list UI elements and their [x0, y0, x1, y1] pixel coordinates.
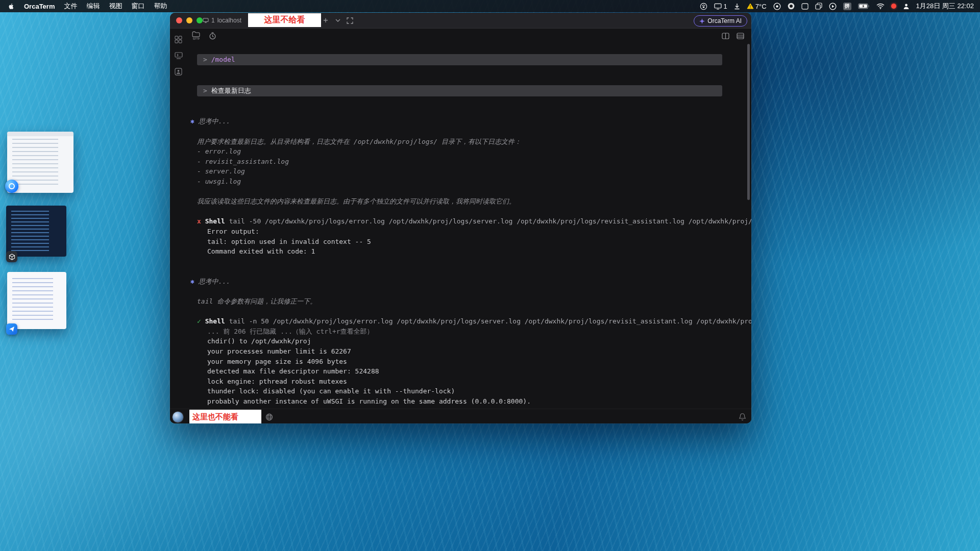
- user-avatar[interactable]: [173, 412, 183, 422]
- sessions-icon[interactable]: [175, 52, 183, 59]
- command-output-line: thunder lock: disabled (you can enable i…: [197, 386, 751, 396]
- menu-items: 文件编辑视图窗口帮助: [64, 2, 167, 11]
- sftp-folder-icon[interactable]: SFTP: [192, 31, 201, 40]
- thinking-text: - server.log: [197, 166, 751, 177]
- apps-grid-icon[interactable]: [175, 36, 182, 43]
- tab-list-chevron-icon[interactable]: [335, 13, 340, 28]
- compass-app-icon[interactable]: [5, 180, 18, 193]
- globe-icon[interactable]: [265, 413, 273, 421]
- split-view-icon[interactable]: [722, 33, 729, 39]
- stack-icon[interactable]: [815, 3, 822, 10]
- blank-line: [197, 307, 751, 317]
- menu-bar-left: OrcaTerm 文件编辑视图窗口帮助: [0, 2, 167, 11]
- window-titlebar[interactable]: 1 localhost 这里不给看 + OrcaTerm AI: [170, 13, 751, 29]
- menu-item-0[interactable]: 文件: [64, 2, 77, 11]
- tab-localhost[interactable]: 1 localhost: [203, 13, 241, 28]
- ai-button-label: OrcaTerm AI: [707, 17, 742, 24]
- blank-line: [197, 65, 751, 76]
- window-bottombar: 这里也不能看: [170, 409, 751, 423]
- blank-line: [197, 266, 751, 277]
- warning-triangle-icon: [747, 3, 754, 9]
- stage-manager-icon[interactable]: [801, 3, 808, 10]
- zoom-button[interactable]: [197, 17, 203, 23]
- terminal-pane: SFTP > /model> 检查最新日志: [187, 29, 751, 409]
- download-arrow-icon[interactable]: [734, 3, 740, 10]
- window-thumbnail-3[interactable]: [7, 272, 66, 329]
- censor-top-text: 这里不给看: [264, 15, 305, 26]
- traffic-lights: [170, 17, 203, 23]
- sftp-label: SFTP: [193, 38, 200, 40]
- window-thumbnail-2[interactable]: [6, 206, 66, 257]
- hidden-lines-note: ... 前 206 行已隐藏 ...（输入 ctrl+r查看全部）: [197, 327, 751, 337]
- command-output-line: Command exited with code: 1: [197, 246, 751, 257]
- blank-line: [197, 127, 751, 137]
- weather-temp: 7°C: [755, 3, 767, 10]
- window-body: SFTP > /model> 检查最新日志: [170, 29, 751, 409]
- blank-line: [197, 207, 751, 217]
- blank-line: [197, 107, 751, 117]
- censor-bottom-text: 这里也不能看: [192, 412, 238, 422]
- blank-line: [197, 187, 751, 197]
- play-icon[interactable]: [829, 3, 837, 10]
- shell-command: ✓ Shell tail -n 50 /opt/dwxhk/proj/logs/…: [197, 316, 751, 327]
- paw-icon[interactable]: [700, 3, 707, 10]
- command-output-line: your memory page size is 4096 bytes: [197, 357, 751, 367]
- menu-item-4[interactable]: 帮助: [154, 2, 167, 11]
- menu-item-2[interactable]: 视图: [109, 2, 122, 11]
- rows-view-icon[interactable]: [737, 33, 744, 39]
- command-output-line: Error output:: [197, 227, 751, 237]
- orcaterm-window: 1 localhost 这里不给看 + OrcaTerm AI: [170, 13, 751, 423]
- command-output-line: lock engine: pthread robust mutexes: [197, 377, 751, 387]
- thinking-text: 用户要求检查最新日志。从目录结构看，日志文件在 /opt/dwxhk/proj/…: [197, 137, 751, 147]
- window-sidebar: [170, 29, 187, 409]
- minimize-button[interactable]: [186, 17, 192, 23]
- thinking-text: - uwsgi.log: [197, 177, 751, 187]
- blank-line: [197, 76, 751, 86]
- pinyin-input-badge[interactable]: 拼: [843, 3, 851, 10]
- terminal-toolbar: SFTP: [187, 29, 751, 43]
- app-menu-title[interactable]: OrcaTerm: [24, 3, 55, 10]
- censor-label-top: 这里不给看: [248, 13, 321, 27]
- menu-item-1[interactable]: 编辑: [86, 2, 100, 11]
- contacts-icon[interactable]: [175, 68, 182, 76]
- battery-charging-icon[interactable]: [858, 3, 870, 9]
- menu-bar: OrcaTerm 文件编辑视图窗口帮助 1 7°C: [0, 0, 980, 12]
- censor-label-bottom: 这里也不能看: [189, 410, 261, 423]
- apple-menu-icon[interactable]: [8, 3, 15, 10]
- weather-widget[interactable]: 7°C: [747, 3, 767, 10]
- thinking-text: tail 命令参数有问题，让我修正一下。: [197, 296, 751, 307]
- menubar-clock[interactable]: 1月28日 周三 22:02: [916, 2, 974, 11]
- notification-bell-icon[interactable]: [739, 413, 746, 421]
- blank-line: [197, 96, 751, 107]
- thinking-header: ✱ 思考中...: [190, 116, 751, 127]
- thinking-text: - error.log: [197, 146, 751, 157]
- send-app-icon[interactable]: [6, 323, 17, 335]
- command-output-line: tail: option used in invalid context -- …: [197, 237, 751, 247]
- app-ring-icon[interactable]: [773, 3, 781, 10]
- scrollbar-thumb[interactable]: [747, 44, 750, 200]
- command-output-line: probably another instance of uWSGI is ru…: [197, 396, 751, 407]
- cube-app-icon[interactable]: [6, 251, 17, 262]
- thinking-text: 我应该读取这些日志文件的内容来检查最新日志。由于有多个独立的文件可以并行读取，我…: [197, 196, 751, 207]
- fast-user-switch-icon[interactable]: [903, 3, 910, 10]
- app-dot-icon[interactable]: [788, 3, 795, 10]
- menu-item-3[interactable]: 窗口: [131, 2, 144, 11]
- toolbar-right: [722, 33, 744, 39]
- shell-command: x Shell tail -50 /opt/dwxhk/proj/logs/er…: [197, 216, 751, 227]
- command-bar: > 检查最新日志: [197, 85, 722, 96]
- terminal-area[interactable]: > /model> 检查最新日志✱ 思考中...用户要求检查最新日志。从目录结构…: [187, 43, 751, 409]
- menu-bar-status: 1 7°C 拼: [700, 2, 980, 11]
- orcaterm-ai-button[interactable]: OrcaTerm AI: [694, 15, 747, 27]
- close-button[interactable]: [176, 17, 182, 23]
- wifi-icon[interactable]: [876, 3, 885, 9]
- fullscreen-icon[interactable]: [347, 13, 353, 28]
- blank-line: [197, 286, 751, 296]
- tab-title: localhost: [217, 17, 241, 24]
- thinking-text: - revisit_assistant.log: [197, 157, 751, 167]
- history-timer-icon[interactable]: [209, 32, 216, 40]
- new-tab-button[interactable]: +: [323, 13, 328, 28]
- display-count-icon[interactable]: 1: [714, 3, 727, 10]
- record-dot-icon[interactable]: [891, 4, 896, 9]
- command-output-line: chdir() to /opt/dwxhk/proj: [197, 336, 751, 346]
- command-output-line: your processes number limit is 62267: [197, 346, 751, 357]
